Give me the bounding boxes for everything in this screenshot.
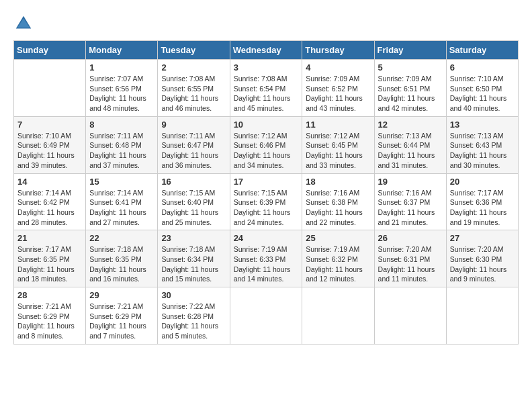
day-info: Sunrise: 7:10 AMSunset: 6:50 PMDaylight:…	[450, 74, 515, 113]
day-number: 29	[89, 290, 154, 300]
day-number: 17	[234, 177, 299, 187]
day-number: 4	[306, 62, 370, 73]
day-info: Sunrise: 7:09 AMSunset: 6:52 PMDaylight:…	[306, 74, 370, 113]
day-number: 25	[306, 233, 370, 243]
day-number: 12	[378, 120, 443, 130]
weekday-header-friday: Friday	[374, 41, 446, 60]
day-number: 27	[450, 233, 515, 243]
day-number: 13	[450, 120, 515, 130]
calendar-cell: 20Sunrise: 7:17 AMSunset: 6:36 PMDayligh…	[446, 173, 518, 230]
calendar-cell: 7Sunrise: 7:10 AMSunset: 6:49 PMDaylight…	[14, 116, 86, 173]
day-info: Sunrise: 7:11 AMSunset: 6:47 PMDaylight:…	[161, 131, 226, 171]
day-info: Sunrise: 7:14 AMSunset: 6:42 PMDaylight:…	[17, 188, 82, 228]
day-info: Sunrise: 7:15 AMSunset: 6:40 PMDaylight:…	[161, 188, 226, 228]
day-number: 21	[17, 233, 82, 243]
calendar-cell: 2Sunrise: 7:08 AMSunset: 6:55 PMDaylight…	[158, 60, 230, 117]
calendar-cell: 9Sunrise: 7:11 AMSunset: 6:47 PMDaylight…	[158, 116, 230, 173]
day-info: Sunrise: 7:14 AMSunset: 6:41 PMDaylight:…	[89, 188, 154, 228]
calendar-cell: 26Sunrise: 7:20 AMSunset: 6:31 PMDayligh…	[374, 230, 446, 287]
day-info: Sunrise: 7:21 AMSunset: 6:29 PMDaylight:…	[89, 302, 154, 341]
calendar-cell: 29Sunrise: 7:21 AMSunset: 6:29 PMDayligh…	[86, 287, 158, 345]
calendar-cell	[374, 287, 446, 345]
day-info: Sunrise: 7:12 AMSunset: 6:46 PMDaylight:…	[234, 131, 299, 171]
calendar-cell	[446, 287, 518, 345]
day-info: Sunrise: 7:19 AMSunset: 6:32 PMDaylight:…	[306, 244, 370, 284]
logo-icon	[13, 13, 34, 34]
day-number: 15	[89, 177, 154, 187]
day-number: 2	[161, 62, 226, 73]
calendar-cell: 25Sunrise: 7:19 AMSunset: 6:32 PMDayligh…	[302, 230, 374, 287]
day-number: 5	[378, 62, 443, 73]
day-info: Sunrise: 7:18 AMSunset: 6:34 PMDaylight:…	[161, 244, 226, 284]
day-number: 8	[89, 120, 154, 130]
calendar-cell: 30Sunrise: 7:22 AMSunset: 6:28 PMDayligh…	[158, 287, 230, 345]
calendar-cell: 22Sunrise: 7:18 AMSunset: 6:35 PMDayligh…	[86, 230, 158, 287]
weekday-header-wednesday: Wednesday	[230, 41, 302, 60]
calendar-cell: 5Sunrise: 7:09 AMSunset: 6:51 PMDaylight…	[374, 60, 446, 117]
calendar-cell: 13Sunrise: 7:13 AMSunset: 6:43 PMDayligh…	[446, 116, 518, 173]
day-info: Sunrise: 7:18 AMSunset: 6:35 PMDaylight:…	[89, 244, 154, 284]
calendar-week-2: 7Sunrise: 7:10 AMSunset: 6:49 PMDaylight…	[14, 116, 519, 173]
day-number: 22	[89, 233, 154, 243]
logo	[13, 13, 36, 34]
weekday-header-tuesday: Tuesday	[158, 41, 230, 60]
calendar-table: SundayMondayTuesdayWednesdayThursdayFrid…	[13, 40, 519, 345]
day-info: Sunrise: 7:09 AMSunset: 6:51 PMDaylight:…	[378, 74, 443, 113]
calendar-cell: 11Sunrise: 7:12 AMSunset: 6:45 PMDayligh…	[302, 116, 374, 173]
day-info: Sunrise: 7:21 AMSunset: 6:29 PMDaylight:…	[17, 302, 82, 341]
day-number: 28	[17, 290, 82, 300]
day-number: 24	[234, 233, 299, 243]
day-info: Sunrise: 7:13 AMSunset: 6:43 PMDaylight:…	[450, 131, 515, 171]
day-number: 9	[161, 120, 226, 130]
weekday-header-sunday: Sunday	[14, 41, 86, 60]
day-number: 3	[234, 62, 299, 73]
calendar-cell: 15Sunrise: 7:14 AMSunset: 6:41 PMDayligh…	[86, 173, 158, 230]
calendar-cell: 1Sunrise: 7:07 AMSunset: 6:56 PMDaylight…	[86, 60, 158, 117]
weekday-header-thursday: Thursday	[302, 41, 374, 60]
day-info: Sunrise: 7:12 AMSunset: 6:45 PMDaylight:…	[306, 131, 370, 171]
calendar-cell: 28Sunrise: 7:21 AMSunset: 6:29 PMDayligh…	[14, 287, 86, 345]
day-number: 1	[89, 62, 154, 73]
day-number: 23	[161, 233, 226, 243]
day-info: Sunrise: 7:20 AMSunset: 6:31 PMDaylight:…	[378, 244, 443, 284]
calendar-cell: 21Sunrise: 7:17 AMSunset: 6:35 PMDayligh…	[14, 230, 86, 287]
day-info: Sunrise: 7:07 AMSunset: 6:56 PMDaylight:…	[89, 74, 154, 113]
calendar-cell	[302, 287, 374, 345]
day-number: 16	[161, 177, 226, 187]
calendar-cell: 24Sunrise: 7:19 AMSunset: 6:33 PMDayligh…	[230, 230, 302, 287]
day-info: Sunrise: 7:15 AMSunset: 6:39 PMDaylight:…	[234, 188, 299, 228]
calendar-cell: 4Sunrise: 7:09 AMSunset: 6:52 PMDaylight…	[302, 60, 374, 117]
day-info: Sunrise: 7:17 AMSunset: 6:36 PMDaylight:…	[450, 188, 515, 228]
weekday-header-saturday: Saturday	[446, 41, 518, 60]
calendar-cell: 8Sunrise: 7:11 AMSunset: 6:48 PMDaylight…	[86, 116, 158, 173]
calendar-cell: 23Sunrise: 7:18 AMSunset: 6:34 PMDayligh…	[158, 230, 230, 287]
day-info: Sunrise: 7:16 AMSunset: 6:38 PMDaylight:…	[306, 188, 370, 228]
calendar-cell: 18Sunrise: 7:16 AMSunset: 6:38 PMDayligh…	[302, 173, 374, 230]
day-info: Sunrise: 7:22 AMSunset: 6:28 PMDaylight:…	[161, 302, 226, 341]
day-number: 26	[378, 233, 443, 243]
calendar-week-5: 28Sunrise: 7:21 AMSunset: 6:29 PMDayligh…	[14, 287, 519, 345]
day-number: 30	[161, 290, 226, 300]
calendar-week-1: 1Sunrise: 7:07 AMSunset: 6:56 PMDaylight…	[14, 60, 519, 117]
day-number: 14	[17, 177, 82, 187]
day-info: Sunrise: 7:20 AMSunset: 6:30 PMDaylight:…	[450, 244, 515, 284]
day-info: Sunrise: 7:08 AMSunset: 6:55 PMDaylight:…	[161, 74, 226, 113]
calendar-cell	[14, 60, 86, 117]
page-header	[13, 13, 519, 34]
calendar-cell: 14Sunrise: 7:14 AMSunset: 6:42 PMDayligh…	[14, 173, 86, 230]
calendar-cell: 19Sunrise: 7:16 AMSunset: 6:37 PMDayligh…	[374, 173, 446, 230]
day-number: 7	[17, 120, 82, 130]
day-info: Sunrise: 7:16 AMSunset: 6:37 PMDaylight:…	[378, 188, 443, 228]
calendar-week-4: 21Sunrise: 7:17 AMSunset: 6:35 PMDayligh…	[14, 230, 519, 287]
day-number: 6	[450, 62, 515, 73]
calendar-cell: 10Sunrise: 7:12 AMSunset: 6:46 PMDayligh…	[230, 116, 302, 173]
calendar-cell: 17Sunrise: 7:15 AMSunset: 6:39 PMDayligh…	[230, 173, 302, 230]
day-number: 18	[306, 177, 370, 187]
day-info: Sunrise: 7:08 AMSunset: 6:54 PMDaylight:…	[234, 74, 299, 113]
calendar-cell: 16Sunrise: 7:15 AMSunset: 6:40 PMDayligh…	[158, 173, 230, 230]
calendar-week-3: 14Sunrise: 7:14 AMSunset: 6:42 PMDayligh…	[14, 173, 519, 230]
day-number: 20	[450, 177, 515, 187]
day-number: 10	[234, 120, 299, 130]
weekday-header-monday: Monday	[86, 41, 158, 60]
day-info: Sunrise: 7:11 AMSunset: 6:48 PMDaylight:…	[89, 131, 154, 171]
